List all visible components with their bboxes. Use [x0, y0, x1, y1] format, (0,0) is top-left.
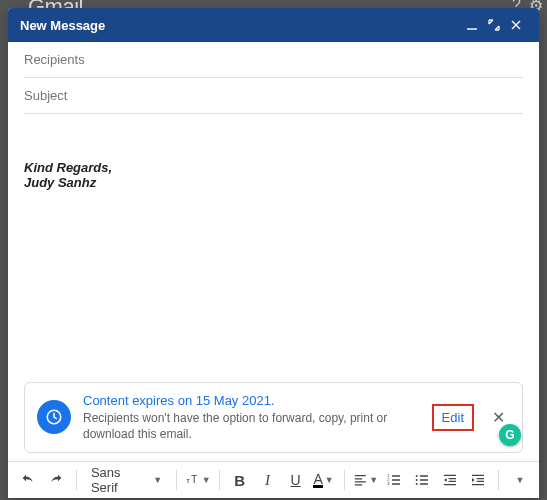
confidential-icon: [37, 400, 71, 434]
recipients-field[interactable]: Recipients: [24, 42, 523, 78]
compose-window: New Message Recipients Subject Kind Rega…: [8, 8, 539, 498]
svg-text:т: т: [186, 476, 190, 485]
font-family-label: Sans Serif: [91, 465, 147, 495]
svg-point-11: [416, 483, 418, 485]
svg-text:3: 3: [387, 481, 390, 486]
chevron-down-icon: ▼: [323, 475, 334, 485]
indent-more-button[interactable]: [466, 468, 490, 492]
email-body[interactable]: Kind Regards, Judy Sanhz: [8, 114, 539, 382]
svg-text:T: T: [191, 474, 198, 485]
underline-button[interactable]: U: [284, 468, 308, 492]
header-fields: Recipients Subject: [8, 42, 539, 114]
font-size-select[interactable]: тT ▼: [185, 468, 211, 492]
text-color-button[interactable]: A ▼: [312, 468, 336, 492]
signature-line1: Kind Regards,: [24, 160, 523, 175]
chevron-down-icon: ▼: [514, 475, 525, 485]
chevron-down-icon: ▼: [200, 475, 211, 485]
align-button[interactable]: ▼: [353, 468, 379, 492]
chevron-down-icon: ▼: [151, 475, 162, 485]
close-button[interactable]: [505, 14, 527, 36]
titlebar: New Message: [8, 8, 539, 42]
numbered-list-button[interactable]: 123: [382, 468, 406, 492]
undo-button[interactable]: [16, 468, 40, 492]
confidential-subtitle: Recipients won't have the option to forw…: [83, 410, 420, 442]
formatting-toolbar: Sans Serif ▼ тT ▼ B I U A ▼ ▼ 123: [8, 461, 539, 498]
bullet-list-button[interactable]: [410, 468, 434, 492]
font-family-select[interactable]: Sans Serif ▼: [85, 468, 168, 492]
subject-field[interactable]: Subject: [24, 78, 523, 114]
confidential-title: Content expires on 15 May 2021.: [83, 393, 420, 408]
indent-less-button[interactable]: [438, 468, 462, 492]
more-formatting-button[interactable]: ▼: [507, 468, 531, 492]
svg-point-9: [416, 475, 418, 477]
confidential-banner: Content expires on 15 May 2021. Recipien…: [24, 382, 523, 453]
window-title: New Message: [20, 18, 461, 33]
confidential-edit-button[interactable]: Edit: [432, 404, 474, 431]
bold-button[interactable]: B: [228, 468, 252, 492]
chevron-down-icon: ▼: [367, 475, 378, 485]
italic-button[interactable]: I: [256, 468, 280, 492]
signature-line2: Judy Sanhz: [24, 175, 523, 190]
expand-button[interactable]: [483, 14, 505, 36]
grammarly-icon[interactable]: G: [499, 424, 521, 446]
svg-point-10: [416, 479, 418, 481]
redo-button[interactable]: [44, 468, 68, 492]
minimize-button[interactable]: [461, 14, 483, 36]
